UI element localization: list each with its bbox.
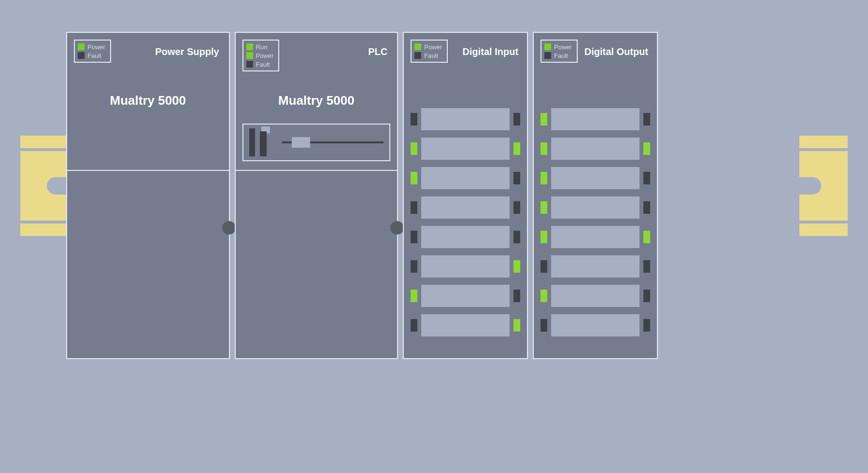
channel-indicator-right-icon xyxy=(513,290,520,302)
channel-terminal[interactable] xyxy=(551,196,640,219)
channel-terminal[interactable] xyxy=(551,138,640,160)
led-label: Fault xyxy=(256,61,270,68)
led-label: Power xyxy=(256,52,274,59)
channel-indicator-right-icon xyxy=(643,142,650,155)
channel-terminal[interactable] xyxy=(421,314,510,336)
channel-indicator-left-icon xyxy=(411,231,417,243)
channel-indicator-left-icon xyxy=(541,201,547,214)
digital-input-channels xyxy=(404,74,527,358)
run-led-icon xyxy=(246,43,253,50)
led-label: Fault xyxy=(554,52,568,59)
digital-input-module: Power Fault Digital Input xyxy=(403,32,528,359)
io-channel xyxy=(411,108,520,130)
channel-indicator-left-icon xyxy=(541,172,547,184)
channel-indicator-left-icon xyxy=(541,231,547,243)
channel-indicator-left-icon xyxy=(411,142,417,155)
channel-indicator-right-icon xyxy=(643,290,650,302)
led-row: Power xyxy=(414,42,442,51)
channel-indicator-right-icon xyxy=(643,260,650,273)
channel-indicator-right-icon xyxy=(513,260,520,273)
io-channel xyxy=(411,255,520,278)
channel-indicator-left-icon xyxy=(411,201,417,214)
power-led-icon xyxy=(246,52,253,59)
power-led-icon xyxy=(78,43,85,50)
led-row: Fault xyxy=(544,51,572,60)
io-channel xyxy=(541,314,650,336)
channel-indicator-left-icon xyxy=(411,319,417,332)
module-model: Mualtry 5000 xyxy=(278,93,355,108)
channel-terminal[interactable] xyxy=(551,255,640,278)
channel-terminal[interactable] xyxy=(421,226,510,248)
led-row: Power xyxy=(78,42,105,51)
digital-output-channels xyxy=(534,74,657,358)
io-channel xyxy=(411,138,520,160)
led-label: Power xyxy=(87,43,105,51)
channel-terminal[interactable] xyxy=(551,108,640,130)
channel-indicator-left-icon xyxy=(411,260,417,273)
io-channel xyxy=(541,108,650,130)
led-row: Run xyxy=(246,42,274,51)
io-channel xyxy=(541,255,650,278)
digital-input-led-panel: Power Fault xyxy=(411,40,448,63)
channel-terminal[interactable] xyxy=(421,196,510,219)
channel-indicator-left-icon xyxy=(411,290,417,302)
led-label: Run xyxy=(256,43,268,51)
led-label: Fault xyxy=(87,52,101,59)
channel-indicator-right-icon xyxy=(513,172,520,184)
channel-indicator-right-icon xyxy=(513,231,520,243)
module-title: Digital Input xyxy=(463,46,519,57)
led-row: Fault xyxy=(78,51,105,60)
led-label: Power xyxy=(424,43,442,51)
channel-indicator-left-icon xyxy=(541,290,547,302)
channel-terminal[interactable] xyxy=(421,108,510,130)
plc-led-panel: Run Power Fault xyxy=(242,40,280,71)
fault-led-icon xyxy=(544,52,551,59)
io-channel xyxy=(411,167,520,189)
led-row: Fault xyxy=(414,51,442,60)
channel-indicator-left-icon xyxy=(541,142,547,155)
channel-terminal[interactable] xyxy=(551,285,640,307)
led-label: Fault xyxy=(424,52,438,59)
module-title: Digital Output xyxy=(584,46,648,57)
channel-indicator-right-icon xyxy=(513,142,520,155)
digital-output-led-panel: Power Fault xyxy=(541,40,578,63)
power-supply-led-panel: Power Fault xyxy=(74,40,111,63)
channel-indicator-left-icon xyxy=(411,113,417,125)
led-row: Power xyxy=(544,42,572,51)
digital-output-module: Power Fault Digital Output xyxy=(533,32,658,359)
io-channel xyxy=(411,226,520,248)
channel-indicator-right-icon xyxy=(643,113,650,125)
fault-led-icon xyxy=(78,52,85,59)
channel-terminal[interactable] xyxy=(551,314,640,336)
channel-terminal[interactable] xyxy=(551,167,640,189)
lock-peg-icon xyxy=(390,221,404,235)
power-supply-module: Power Fault Power Supply Mualtry 5000 xyxy=(66,32,230,359)
channel-terminal[interactable] xyxy=(421,255,510,278)
io-channel xyxy=(411,314,520,336)
lock-peg-icon xyxy=(222,221,236,235)
io-channel xyxy=(541,196,650,219)
channel-terminal[interactable] xyxy=(421,138,510,160)
channel-terminal[interactable] xyxy=(551,226,640,248)
channel-indicator-right-icon xyxy=(513,201,520,214)
channel-indicator-left-icon xyxy=(541,319,547,332)
fault-led-icon xyxy=(246,61,253,68)
io-channel xyxy=(541,138,650,160)
channel-indicator-right-icon xyxy=(513,113,520,125)
channel-indicator-right-icon xyxy=(643,201,650,214)
channel-terminal[interactable] xyxy=(421,167,510,189)
io-channel xyxy=(541,167,650,189)
channel-indicator-right-icon xyxy=(643,231,650,243)
plc-mode-selector[interactable] xyxy=(242,124,391,161)
io-channel xyxy=(541,226,650,248)
channel-indicator-left-icon xyxy=(541,113,547,125)
io-channel xyxy=(411,196,520,219)
channel-indicator-right-icon xyxy=(643,319,650,332)
channel-indicator-left-icon xyxy=(411,172,417,184)
plc-module: Run Power Fault PLC Mualtry 5000 xyxy=(235,32,398,359)
channel-terminal[interactable] xyxy=(421,285,510,307)
mode-selector-knob-icon[interactable] xyxy=(292,137,310,148)
led-row: Power xyxy=(246,51,274,60)
rail-bracket-left xyxy=(20,136,69,236)
io-channel xyxy=(411,285,520,307)
